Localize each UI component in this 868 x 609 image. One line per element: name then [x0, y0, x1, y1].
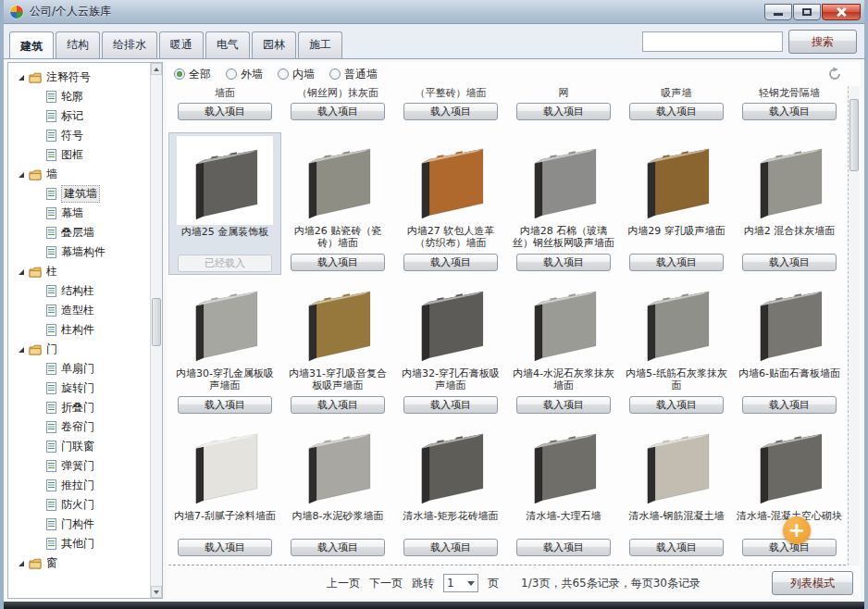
- sidebar-item-10[interactable]: 幕墙构件: [9, 242, 149, 262]
- load-project-button[interactable]: 载入项目: [629, 396, 724, 414]
- family-card-17[interactable]: 清水墙-钢筋混凝土墙载入项目: [620, 417, 733, 560]
- sidebar-scroll-thumb[interactable]: [152, 298, 161, 346]
- sidebar-item-18[interactable]: 折叠门: [9, 398, 149, 417]
- wall-filter-radio-2[interactable]: 外墙: [226, 67, 263, 82]
- family-card-9[interactable]: 内墙32-穿孔石膏板吸声墙面载入项目: [394, 275, 507, 417]
- family-card-15[interactable]: 清水墙-矩形花砖墙面载入项目: [394, 417, 507, 560]
- family-card-8[interactable]: 内墙31-穿孔吸音复合板吸声墙面载入项目: [281, 275, 394, 417]
- load-project-button[interactable]: 载入项目: [629, 539, 724, 556]
- scroll-up-icon[interactable]: [151, 63, 162, 75]
- load-project-button[interactable]: 载入项目: [516, 254, 611, 271]
- sidebar-item-23[interactable]: 防火门: [9, 495, 149, 515]
- search-input[interactable]: [642, 31, 783, 52]
- tab-4[interactable]: 暖通: [159, 31, 204, 58]
- tab-1[interactable]: 建筑: [9, 31, 54, 58]
- family-card-3[interactable]: 内墙27 软包人造革（纺织布）墙面载入项目: [394, 132, 507, 275]
- prev-page-link[interactable]: 上一页: [327, 576, 360, 591]
- load-project-button[interactable]: 载入项目: [291, 254, 385, 271]
- add-family-button[interactable]: +: [783, 516, 811, 544]
- sidebar-scrollbar[interactable]: [150, 63, 162, 598]
- grid-scrollbar[interactable]: [848, 86, 860, 566]
- next-page-link[interactable]: 下一页: [369, 576, 403, 591]
- page-select[interactable]: 1: [443, 574, 478, 592]
- load-project-button[interactable]: 载入项目: [178, 396, 272, 414]
- sidebar-item-4[interactable]: 符号: [9, 126, 149, 145]
- family-label: 轻钢龙骨隔墙: [733, 86, 846, 99]
- sidebar-item-15[interactable]: 门: [9, 340, 149, 359]
- sidebar-item-2[interactable]: 轮廓: [9, 87, 149, 106]
- sidebar-item-5[interactable]: 图框: [9, 145, 149, 165]
- load-project-button[interactable]: 载入项目: [629, 254, 724, 271]
- sidebar-item-17[interactable]: 旋转门: [9, 379, 149, 398]
- wall-filter-radio-1[interactable]: 全部: [174, 67, 211, 82]
- sidebar-item-25[interactable]: 其他门: [9, 534, 149, 553]
- search-button[interactable]: 搜索: [788, 30, 857, 54]
- family-card-10[interactable]: 内墙4-水泥石灰浆抹灰墙面载入项目: [507, 275, 620, 417]
- family-card-5[interactable]: 内墙29 穿孔吸声墙面载入项目: [620, 132, 733, 275]
- family-card-13[interactable]: 内墙7-刮腻子涂料墙面载入项目: [168, 417, 281, 560]
- tab-7[interactable]: 施工: [298, 31, 342, 58]
- sidebar-item-9[interactable]: 叠层墙: [9, 223, 149, 242]
- load-project-button[interactable]: 载入项目: [291, 396, 385, 414]
- family-card-4[interactable]: 内墙28 石棉（玻璃丝）钢丝板网吸声墙面载入项目: [507, 132, 620, 275]
- sidebar-item-3[interactable]: 标记: [9, 106, 149, 126]
- grid-scroll-thumb[interactable]: [849, 99, 859, 171]
- sidebar-item-22[interactable]: 推拉门: [9, 476, 149, 495]
- sidebar-item-1[interactable]: 注释符号: [9, 68, 149, 87]
- sidebar-item-6[interactable]: 墙: [9, 165, 149, 184]
- expand-triangle-icon[interactable]: [19, 75, 24, 81]
- minimize-button[interactable]: [764, 4, 792, 20]
- family-card-16[interactable]: 清水墙-大理石墙载入项目: [507, 417, 620, 560]
- sidebar-item-12[interactable]: 结构柱: [9, 281, 149, 301]
- family-card-6[interactable]: 内墙2 混合抹灰墙面载入项目: [733, 132, 846, 275]
- expand-triangle-icon[interactable]: [19, 172, 24, 178]
- sidebar-item-24[interactable]: 门构件: [9, 515, 149, 534]
- sidebar-item-7[interactable]: 建筑墙: [9, 184, 149, 204]
- sidebar-item-20[interactable]: 门联窗: [9, 437, 149, 456]
- scroll-down-icon[interactable]: [151, 586, 162, 598]
- sidebar-item-label: 弹簧门: [61, 458, 94, 474]
- load-project-button[interactable]: 载入项目: [742, 103, 837, 120]
- load-project-button[interactable]: 载入项目: [403, 254, 498, 271]
- tab-5[interactable]: 电气: [205, 31, 250, 58]
- sidebar-item-8[interactable]: 幕墙: [9, 204, 149, 223]
- load-project-button[interactable]: 载入项目: [403, 103, 498, 120]
- load-project-button[interactable]: 载入项目: [742, 254, 837, 271]
- sidebar-item-26[interactable]: 窗: [9, 553, 149, 573]
- sidebar-item-16[interactable]: 单扇门: [9, 359, 149, 379]
- load-project-button[interactable]: 载入项目: [178, 103, 272, 120]
- load-project-button[interactable]: 载入项目: [516, 539, 611, 556]
- load-project-button[interactable]: 载入项目: [291, 539, 385, 556]
- expand-triangle-icon[interactable]: [19, 269, 24, 275]
- expand-triangle-icon[interactable]: [19, 347, 24, 353]
- family-card-1[interactable]: 内墙25 金属装饰板已经载入: [168, 132, 281, 275]
- list-mode-button[interactable]: 列表模式: [772, 571, 853, 595]
- tab-6[interactable]: 园林: [252, 31, 296, 58]
- load-project-button[interactable]: 载入项目: [742, 396, 837, 414]
- sidebar-item-19[interactable]: 卷帘门: [9, 417, 149, 437]
- sidebar-item-13[interactable]: 造型柱: [9, 301, 149, 320]
- close-button[interactable]: [822, 4, 861, 20]
- load-project-button[interactable]: 载入项目: [291, 103, 385, 120]
- family-card-2[interactable]: 内墙26 贴瓷砖（瓷砖）墙面载入项目: [281, 132, 394, 275]
- load-project-button[interactable]: 载入项目: [516, 396, 611, 414]
- maximize-button[interactable]: [793, 4, 821, 20]
- family-card-11[interactable]: 内墙5-纸筋石灰浆抹灰面载入项目: [620, 275, 733, 417]
- sidebar-item-21[interactable]: 弹簧门: [9, 456, 149, 476]
- sidebar-item-11[interactable]: 柱: [9, 262, 149, 281]
- family-card-7[interactable]: 内墙30-穿孔金属板吸声墙面载入项目: [168, 275, 281, 417]
- wall-filter-radio-4[interactable]: 普通墙: [329, 67, 378, 82]
- wall-filter-radio-3[interactable]: 内墙: [278, 67, 315, 82]
- tab-3[interactable]: 给排水: [102, 31, 157, 58]
- load-project-button[interactable]: 载入项目: [516, 103, 611, 120]
- tab-2[interactable]: 结构: [56, 31, 100, 58]
- refresh-icon[interactable]: [827, 67, 842, 81]
- expand-triangle-icon[interactable]: [19, 561, 24, 566]
- load-project-button[interactable]: 载入项目: [403, 539, 498, 556]
- load-project-button[interactable]: 载入项目: [403, 396, 498, 414]
- family-card-14[interactable]: 内墙8-水泥砂浆墙面载入项目: [281, 417, 394, 560]
- sidebar-item-14[interactable]: 柱构件: [9, 320, 149, 340]
- load-project-button[interactable]: 载入项目: [629, 103, 724, 120]
- family-card-12[interactable]: 内墙6-贴面石膏板墙面载入项目: [733, 275, 846, 417]
- load-project-button[interactable]: 载入项目: [178, 539, 272, 556]
